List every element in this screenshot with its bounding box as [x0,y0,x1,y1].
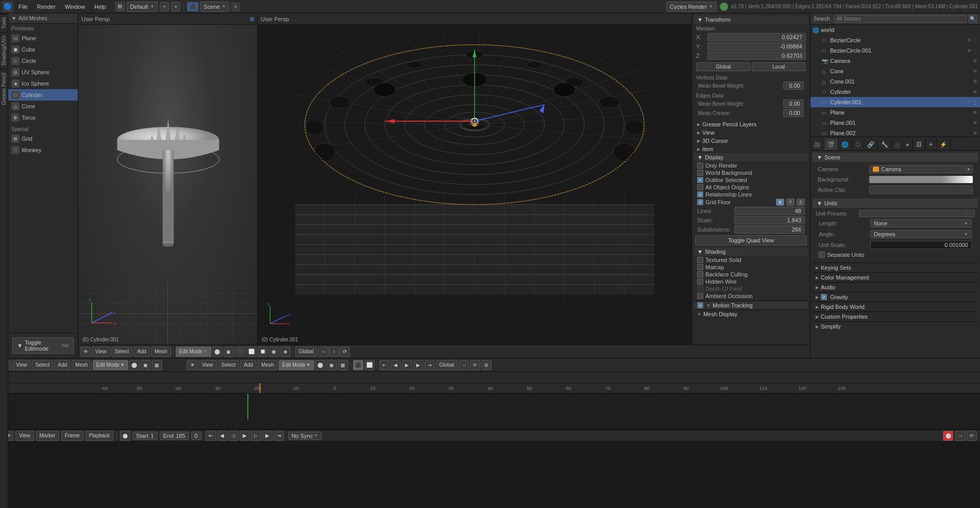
backface-culling-cb[interactable] [697,271,703,277]
outliner-world[interactable]: 🌐 world [810,25,980,35]
tool-uvsphere[interactable]: ◎ UV Sphere [8,67,78,78]
viewport-left[interactable]: User Persp [78,13,258,345]
vert-sel-lb[interactable]: ⬤ [129,360,140,370]
unit-presets-select[interactable]: + − [859,210,975,217]
x-axis-btn[interactable]: X [776,199,784,206]
view-icon-right[interactable]: 👁 [187,360,197,370]
add-layout-btn[interactable]: + [160,2,169,11]
outliner-bezier001[interactable]: ⬭ BezierCircle.001 👁 ⋮ [810,45,980,56]
tab-render[interactable]: 🎥 [810,139,824,150]
background-color[interactable] [869,176,973,183]
wire-icon[interactable]: ⬜ [246,347,257,357]
cursor-header[interactable]: ▶ 3D Cursor [694,137,808,145]
mode-btn-left[interactable]: Edit Mode ▼ [176,347,211,357]
tool-cylinder[interactable]: ⬭ Cylinder [8,89,78,101]
mesh-btn-lb[interactable]: Mesh [72,360,91,370]
limit-sel-icon[interactable]: ▣ [224,347,234,357]
motion-tracking-header[interactable]: ✓ ▼ Motion Tracking [694,301,808,309]
view-btn-rb[interactable]: View [198,360,217,370]
length-select[interactable]: None ▼ [870,219,972,227]
current-frame-field[interactable]: 0 [191,432,201,440]
eye-icon-9[interactable]: 👁 [973,120,978,126]
unit-scale-field[interactable]: 0.001000 [870,241,972,249]
world-bg-cb[interactable] [697,170,703,176]
outliner-cone001[interactable]: △ Cone.001 👁 [810,76,980,87]
play-pause-btn[interactable]: ▶ [240,431,250,441]
eye-icon-3[interactable]: 👁 [973,58,978,64]
end-field[interactable]: End: 185 [160,432,189,440]
z-field[interactable]: 0.62703 [707,52,806,60]
gravity-header[interactable]: ▶ ✓ Gravity [813,292,978,302]
select-btn-rb[interactable]: Select [218,360,240,370]
hidden-wire-cb[interactable] [697,278,703,285]
global-btn-rb[interactable]: Global [436,360,458,370]
vert-sel-rb[interactable]: ⬤ [315,360,326,370]
tool-circle[interactable]: ○ Circle [8,55,78,67]
render-engine-selector[interactable]: Cycles Render ▼ [666,2,717,12]
edge-sel-rb[interactable]: ▣ [327,360,337,370]
grease-pencil-header[interactable]: ▶ Grease Pencil Layers [694,120,808,128]
jump-start-btn[interactable]: ⇤ [206,431,216,441]
tab-tools[interactable]: Tools [0,13,8,32]
face-sel-rb[interactable]: ▩ [338,360,348,370]
filter-icon-2[interactable]: ⋮ [973,48,978,54]
tab-texture[interactable]: 🖼 [913,139,925,150]
add-meshes-header[interactable]: ▼ Add Meshes [8,13,78,24]
viewport-right[interactable]: User Persp [258,13,691,345]
eye-icon-7[interactable]: 👁 [967,100,972,105]
lines-field[interactable]: 48 [734,207,805,215]
toggle-quad-view-btn[interactable]: Toggle Quad View [695,235,807,245]
sync-selector[interactable]: No Sync ▼ [288,432,322,440]
jump-end-btn[interactable]: ⇥ [274,431,284,441]
tab-scene[interactable]: 🎬 [824,139,838,150]
wire-shade-rb[interactable]: ⬜ [364,360,375,370]
shading-header[interactable]: ▼ Shading [694,248,808,256]
camera-x-btn[interactable]: × [965,165,973,173]
editmode-btn-rb[interactable]: Edit Mode ▼ [279,360,314,370]
tab-world[interactable]: 🌐 [838,139,852,150]
jump-next-btn[interactable]: ▷ [251,431,261,441]
nav-icon-2[interactable]: ◀ [391,360,401,370]
workspace-selector[interactable]: Default ▼ [127,2,158,12]
circle-select-icon[interactable]: ⬤ [212,347,223,357]
mesh-btn-left[interactable]: Mesh [151,347,171,357]
local-btn[interactable]: Local [752,62,806,71]
select-btn-lb[interactable]: Select [32,360,54,370]
simplify-header[interactable]: ▶ Simplify [813,321,978,331]
add-btn-rb[interactable]: Add [240,360,257,370]
outliner-bezier[interactable]: ⬭ BezierCircle 👁 ⋮ [810,35,980,45]
relationship-lines-cb[interactable]: ✓ [697,191,703,198]
outliner-cylinder[interactable]: ⬭ Cylinder 👁 [810,87,980,97]
audio-header[interactable]: ▶ Audio [813,282,978,292]
close-scene-btn[interactable]: × [231,2,240,11]
eye-icon-1[interactable]: 👁 [967,38,972,43]
subdivisions-field[interactable]: 266 [734,225,805,234]
search-icon[interactable]: 🔍 [969,15,977,23]
render-icon-left[interactable]: ◈ [280,347,291,357]
nav-icon-1[interactable]: ⇤ [379,360,390,370]
outliner-camera[interactable]: 📷 Camera 👁 [810,56,980,66]
tool-cone[interactable]: △ Cone [8,101,78,112]
mesh-display-header[interactable]: ▼ Mesh Display [694,309,808,318]
next-keyframe-btn[interactable]: ▶ [262,431,273,441]
scale-field[interactable]: 1.843 [734,216,805,224]
outliner-cylinder001[interactable]: ⬭ Cylinder.001 👁 ⋮ [810,97,980,107]
textured-solid-cb[interactable] [697,257,703,263]
filter-icon-1[interactable]: ⋮ [973,38,978,43]
view-btn-lb[interactable]: View [12,360,31,370]
outliner-plane[interactable]: ▭ Plane 👁 [810,107,980,118]
item-header[interactable]: ▶ Item [694,145,808,153]
menu-file[interactable]: File [14,2,32,12]
tab-data[interactable]: △ [892,139,903,150]
solid-icon[interactable]: ⬛ [235,347,245,357]
prev-keyframe-btn[interactable]: ◀ [217,431,227,441]
outliner-plane002[interactable]: ▭ Plane.002 👁 [810,128,980,137]
tab-material[interactable]: ● [903,139,913,150]
mean-bevel-e-field[interactable]: 0.00 [783,100,804,108]
eye-icon-5[interactable]: 👁 [973,79,978,85]
select-btn-left[interactable]: Select [111,347,133,357]
tab-shading-uvs[interactable]: Shading/UVs [0,32,8,69]
viewport-left-drag-handle[interactable] [250,17,254,21]
display-header[interactable]: ▼ Display [694,153,808,161]
play-btn[interactable]: ▶ [402,360,412,370]
